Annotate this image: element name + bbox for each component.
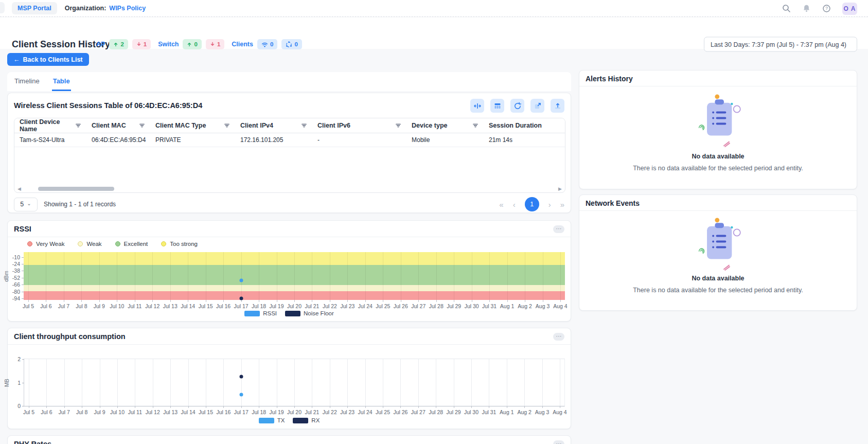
- last-page-button[interactable]: »: [560, 200, 564, 209]
- series-legend-item[interactable]: TX: [259, 417, 285, 423]
- tab-timeline[interactable]: Timeline: [13, 72, 41, 91]
- table-cell: -: [312, 133, 406, 147]
- wifi-icon: [261, 42, 268, 47]
- ap-label[interactable]: AP: [96, 41, 105, 48]
- filter-icon[interactable]: [395, 122, 401, 129]
- no-data-text: There is no data available for the selec…: [579, 165, 857, 172]
- rssi-quality-legend: Very WeakWeakExcellentToo strong: [27, 241, 198, 247]
- filter-icon[interactable]: [139, 122, 145, 129]
- avatar[interactable]: O A: [842, 3, 857, 15]
- prev-page-button[interactable]: ‹: [513, 200, 516, 209]
- column-label: Client Device Name: [20, 118, 75, 133]
- refresh-button[interactable]: [510, 99, 524, 113]
- fit-columns-icon: [473, 102, 482, 110]
- table-row[interactable]: Tam-s-S24-Ultra06:4D:EC:A6:95:D4PRIVATE1…: [14, 133, 565, 147]
- clients-label[interactable]: Clients: [232, 41, 253, 48]
- no-data-title: No data available: [579, 153, 857, 160]
- switch-down-badge[interactable]: 1: [206, 39, 224, 49]
- ap-up-badge[interactable]: 2: [109, 39, 128, 49]
- data-point: [239, 375, 243, 379]
- page-title: Client Session History: [12, 39, 110, 50]
- arrow-down-icon: [136, 42, 141, 47]
- throughput-title: Client throughput consumption: [14, 332, 126, 341]
- pagination-row: 5 ⌄ Showing 1 - 1 of 1 records « ‹ 1 › »: [14, 197, 564, 211]
- table-cell: 21m 14s: [484, 133, 565, 147]
- clients-wired-badge[interactable]: 0: [281, 39, 302, 49]
- export-icon: [554, 102, 562, 110]
- column-label: Session Duration: [489, 122, 542, 129]
- filter-icon[interactable]: [75, 122, 81, 129]
- throughput-series-legend: TXRX: [8, 417, 571, 423]
- throughput-chart: Jul 5Jul 6Jul 7Jul 8Jul 9Jul 10Jul 11Jul…: [24, 359, 565, 406]
- phy-menu-button[interactable]: ⋯: [553, 440, 564, 444]
- quality-legend-item: Too strong: [161, 241, 198, 247]
- rssi-series-legend: RSSINoise Floor: [8, 310, 571, 316]
- column-header: Client Device Name: [14, 118, 86, 133]
- first-page-button[interactable]: «: [499, 200, 503, 209]
- column-header: Device type: [406, 118, 484, 133]
- showing-records-text: Showing 1 - 1 of 1 records: [44, 201, 116, 208]
- mesh-network-icon: [286, 41, 292, 48]
- filter-icon[interactable]: [472, 122, 479, 129]
- export-button[interactable]: [551, 99, 564, 113]
- alerts-history-title: Alerts History: [586, 75, 633, 83]
- organization-label: Organization:: [65, 5, 107, 12]
- alerts-history-card: Alerts History No data available There i…: [579, 70, 857, 189]
- current-page-button[interactable]: 1: [525, 197, 539, 211]
- ap-down-badge[interactable]: 1: [132, 39, 151, 49]
- filter-icon[interactable]: [301, 122, 307, 129]
- filter-icon[interactable]: [224, 122, 230, 129]
- switch-label[interactable]: Switch: [158, 41, 179, 48]
- search-icon[interactable]: [782, 4, 791, 13]
- table-cell: PRIVATE: [150, 133, 235, 147]
- rssi-card: RSSI ⋯ Very WeakWeakExcellentToo strong …: [7, 220, 571, 322]
- legend-swatch-icon: [259, 418, 274, 423]
- data-point: [239, 297, 243, 300]
- rssi-menu-button[interactable]: ⋯: [553, 225, 564, 233]
- sessions-table-card: Wireless Client Sessions Table of 06:4D:…: [7, 93, 571, 213]
- network-events-title: Network Events: [586, 199, 640, 207]
- scrollbar-thumb[interactable]: [38, 187, 114, 191]
- page-header: Client Session History AP 2 1 Switch 0 1…: [0, 17, 868, 49]
- clients-wifi-badge[interactable]: 0: [257, 39, 277, 49]
- scroll-left-icon[interactable]: ◀: [17, 186, 21, 191]
- series-legend-item[interactable]: RSSI: [244, 310, 277, 316]
- edge-menu-chip[interactable]: [0, 2, 5, 13]
- clipboard-illustration: [684, 92, 752, 152]
- throughput-menu-button[interactable]: ⋯: [553, 333, 564, 341]
- table-cell: 172.16.101.205: [235, 133, 312, 147]
- column-label: Client MAC: [92, 122, 126, 129]
- date-range-picker[interactable]: Last 30 Days: 7:37 pm (Jul 5) - 7:37 pm …: [704, 37, 857, 52]
- bell-icon[interactable]: [802, 4, 811, 13]
- refresh-icon: [513, 102, 522, 110]
- back-to-clients-button[interactable]: ← Back to Clients List: [7, 53, 89, 66]
- scroll-right-icon[interactable]: ▶: [558, 186, 562, 191]
- page-size-select[interactable]: 5 ⌄: [14, 198, 38, 211]
- next-page-button[interactable]: ›: [548, 200, 551, 209]
- table-cell: Tam-s-S24-Ultra: [14, 133, 86, 147]
- back-arrow-icon: ←: [13, 56, 20, 63]
- switch-up-badge[interactable]: 0: [183, 39, 201, 49]
- table-cell: Mobile: [406, 133, 484, 147]
- chevron-down-icon: ⌄: [27, 201, 31, 206]
- horizontal-scrollbar: ◀ ▶: [14, 186, 565, 191]
- table-cell: 06:4D:EC:A6:95:D4: [86, 133, 150, 147]
- column-header: Session Duration: [484, 118, 565, 133]
- column-header: Client IPv6: [312, 118, 406, 133]
- msp-portal-button[interactable]: MSP Portal: [12, 2, 57, 14]
- phy-rates-title: PHY Rates: [14, 440, 51, 444]
- open-in-new-button[interactable]: [530, 99, 544, 113]
- sessions-table-container: Client Device NameClient MACClient MAC T…: [14, 118, 565, 193]
- legend-swatch-icon: [285, 311, 300, 316]
- table-columns-button[interactable]: [490, 99, 504, 113]
- series-legend-item[interactable]: RX: [293, 417, 320, 423]
- organization-link[interactable]: WIPs Policy: [109, 5, 146, 12]
- help-icon[interactable]: ?: [822, 4, 831, 13]
- arrow-down-icon: [210, 42, 215, 47]
- legend-swatch-icon: [293, 418, 308, 423]
- fit-columns-button[interactable]: [470, 99, 484, 113]
- series-legend-item[interactable]: Noise Floor: [285, 310, 334, 316]
- tab-table[interactable]: Table: [52, 72, 71, 91]
- legend-dot-icon: [161, 241, 166, 246]
- column-label: Device type: [412, 122, 447, 129]
